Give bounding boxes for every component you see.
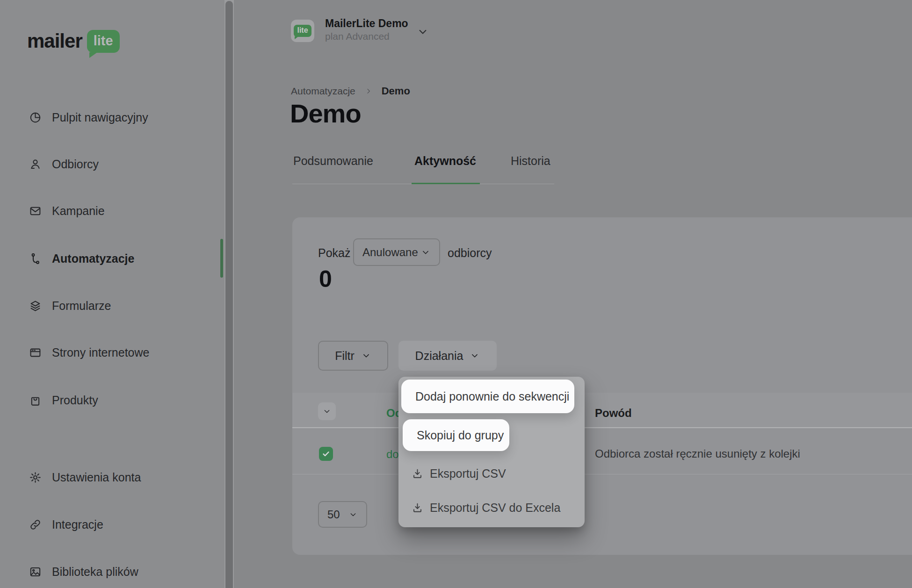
chevron-right-icon (365, 87, 372, 95)
sidebar-item-account-settings[interactable]: Ustawienia konta (0, 464, 220, 490)
filter-button[interactable]: Filtr (318, 341, 388, 371)
sidebar-item-automations[interactable]: Automatyzacje (0, 245, 220, 272)
scrollbar-track (224, 0, 234, 588)
subscribers-icon (29, 158, 42, 171)
sidebar-item-file-library[interactable]: Biblioteka plików (0, 559, 220, 585)
menu-item-export-csv-excel[interactable]: Eksportuj CSV do Excela (412, 501, 560, 515)
chevron-down-icon (416, 25, 429, 38)
show-label: Pokaż (318, 246, 350, 260)
sidebar-item-forms[interactable]: Formularze (0, 293, 220, 319)
download-icon (412, 468, 423, 480)
chevron-down-icon (420, 247, 431, 258)
sidebar-item-products[interactable]: Produkty (0, 387, 220, 413)
lite-badge: lite (294, 25, 311, 37)
filter-button-label: Filtr (335, 349, 355, 363)
menu-item-label: Eksportuj CSV do Excela (430, 501, 560, 515)
sidebar-item-label: Biblioteka plików (52, 565, 138, 579)
sidebar-item-label: Integracje (52, 518, 103, 531)
sidebar-item-integrations[interactable]: Integracje (0, 511, 220, 538)
image-icon (29, 566, 42, 578)
websites-icon (29, 346, 42, 359)
page-size-value: 50 (327, 508, 340, 521)
sidebar-item-label: Kampanie (52, 204, 105, 218)
sidebar: mailer lite Pulpit nawigacyjny Odbiorcy … (0, 0, 224, 588)
sidebar-item-dashboard[interactable]: Pulpit nawigacyjny (0, 104, 220, 130)
chevron-down-icon (470, 351, 480, 361)
actions-button-label: Działania (415, 349, 463, 363)
link-icon (29, 518, 42, 531)
sidebar-item-label: Automatyzacje (52, 252, 134, 265)
mailerlite-logo[interactable]: mailer lite (27, 29, 120, 53)
tab-aktywnosc[interactable]: Aktywność (414, 154, 476, 168)
download-icon (412, 502, 423, 514)
chevron-down-icon (322, 407, 332, 416)
products-icon (29, 394, 42, 407)
suffix-label: odbiorcy (448, 246, 492, 260)
row-checkbox[interactable] (319, 447, 333, 461)
gear-icon (29, 471, 42, 484)
menu-item-copy-to-group[interactable]: Skopiuj do grupy (403, 419, 509, 451)
table-row-subscriber-link[interactable]: do (386, 448, 399, 461)
table-row-reason: Odbiorca został ręcznie usunięty z kolej… (595, 447, 800, 460)
sidebar-item-label: Pulpit nawigacyjny (52, 111, 148, 124)
sidebar-item-websites[interactable]: Strony internetowe (0, 339, 220, 366)
actions-dropdown-menu: Dodaj ponownie do sekwencji Skopiuj do g… (398, 377, 585, 527)
sidebar-item-campaigns[interactable]: Kampanie (0, 198, 220, 224)
column-header-reason: Powód (595, 407, 632, 420)
menu-item-readd-to-sequence[interactable]: Dodaj ponownie do sekwencji (401, 380, 574, 413)
breadcrumb: Automatyzacje Demo (291, 85, 410, 97)
tab-podsumowanie[interactable]: Podsumowanie (293, 154, 373, 168)
chevron-down-icon (361, 351, 371, 361)
account-plan: plan Advanced (325, 31, 390, 42)
menu-item-label: Eksportuj CSV (430, 467, 506, 480)
automations-icon (29, 252, 42, 265)
campaigns-icon (29, 205, 42, 217)
sidebar-item-subscribers[interactable]: Odbiorcy (0, 151, 220, 177)
sidebar-item-label: Strony internetowe (52, 346, 149, 359)
dashboard-icon (29, 111, 42, 124)
status-filter-value: Anulowane (362, 246, 418, 259)
chevron-down-icon (348, 510, 358, 519)
account-avatar[interactable]: lite (291, 20, 314, 42)
active-nav-indicator (220, 239, 223, 278)
breadcrumb-parent[interactable]: Automatyzacje (291, 86, 355, 97)
breadcrumb-current: Demo (382, 85, 410, 97)
scrollbar-thumb[interactable] (225, 1, 233, 588)
select-all-dropdown[interactable] (318, 402, 336, 420)
account-switcher-chevron[interactable] (416, 25, 429, 38)
status-filter-select[interactable]: Anulowane (353, 238, 440, 266)
sidebar-item-label: Produkty (52, 394, 98, 407)
subscriber-count: 0 (319, 265, 332, 293)
sidebar-item-label: Formularze (52, 299, 111, 313)
logo-word: mailer (27, 29, 82, 53)
sidebar-item-label: Odbiorcy (52, 158, 99, 171)
tab-historia[interactable]: Historia (511, 154, 550, 168)
logo-lite-badge: lite (87, 30, 120, 53)
check-icon (321, 449, 331, 459)
active-tab-underline (412, 183, 480, 184)
actions-button[interactable]: Działania (398, 341, 497, 371)
account-name: MailerLite Demo (325, 17, 408, 30)
sidebar-item-label: Ustawienia konta (52, 471, 141, 484)
forms-icon (29, 300, 42, 312)
app-window: mailer lite Pulpit nawigacyjny Odbiorcy … (0, 0, 912, 588)
page-title: Demo (290, 98, 361, 129)
activity-card (292, 217, 912, 555)
menu-item-export-csv[interactable]: Eksportuj CSV (412, 467, 506, 480)
table-row-divider (292, 474, 912, 474)
page-size-select[interactable]: 50 (318, 501, 367, 528)
